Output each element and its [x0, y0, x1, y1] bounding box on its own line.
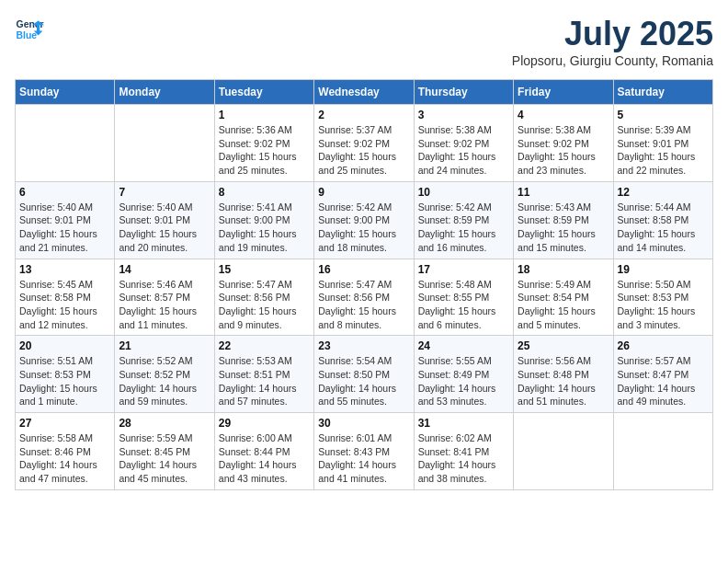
weekday-header: Saturday — [613, 80, 712, 105]
calendar-cell: 20Sunrise: 5:51 AMSunset: 8:53 PMDayligh… — [16, 336, 115, 413]
calendar-cell: 11Sunrise: 5:43 AMSunset: 8:59 PMDayligh… — [514, 181, 613, 259]
calendar-week-row: 6Sunrise: 5:40 AMSunset: 9:01 PMDaylight… — [16, 181, 713, 259]
calendar-header: SundayMondayTuesdayWednesdayThursdayFrid… — [16, 80, 713, 105]
calendar-cell: 3Sunrise: 5:38 AMSunset: 9:02 PMDaylight… — [414, 105, 513, 182]
day-info: Sunrise: 5:38 AMSunset: 9:02 PMDaylight:… — [418, 123, 509, 178]
calendar-week-row: 13Sunrise: 5:45 AMSunset: 8:58 PMDayligh… — [16, 259, 713, 336]
page-header: General Blue July 2025 Plopsoru, Giurgiu… — [15, 15, 713, 68]
day-number: 19 — [618, 263, 709, 276]
calendar-cell: 29Sunrise: 6:00 AMSunset: 8:44 PMDayligh… — [214, 413, 313, 490]
weekday-header: Friday — [514, 80, 613, 105]
calendar-cell: 27Sunrise: 5:58 AMSunset: 8:46 PMDayligh… — [16, 413, 115, 490]
day-info: Sunrise: 5:40 AMSunset: 9:01 PMDaylight:… — [119, 201, 210, 255]
svg-text:Blue: Blue — [17, 30, 38, 40]
day-number: 25 — [518, 339, 609, 352]
calendar-cell: 24Sunrise: 5:55 AMSunset: 8:49 PMDayligh… — [414, 336, 513, 413]
calendar-cell: 30Sunrise: 6:01 AMSunset: 8:43 PMDayligh… — [314, 413, 414, 490]
day-number: 27 — [19, 417, 110, 430]
calendar-cell: 6Sunrise: 5:40 AMSunset: 9:01 PMDaylight… — [16, 181, 115, 259]
day-info: Sunrise: 5:38 AMSunset: 9:02 PMDaylight:… — [518, 123, 609, 178]
calendar-cell — [514, 413, 613, 490]
day-info: Sunrise: 5:51 AMSunset: 8:53 PMDaylight:… — [19, 354, 110, 408]
day-info: Sunrise: 5:37 AMSunset: 9:02 PMDaylight:… — [318, 123, 409, 178]
calendar-cell: 15Sunrise: 5:47 AMSunset: 8:56 PMDayligh… — [214, 259, 313, 336]
day-number: 6 — [19, 186, 110, 199]
calendar-cell: 9Sunrise: 5:42 AMSunset: 9:00 PMDaylight… — [314, 181, 414, 259]
day-info: Sunrise: 5:40 AMSunset: 9:01 PMDaylight:… — [19, 201, 110, 255]
day-info: Sunrise: 5:53 AMSunset: 8:51 PMDaylight:… — [219, 354, 310, 408]
location: Plopsoru, Giurgiu County, Romania — [512, 53, 713, 68]
day-info: Sunrise: 6:00 AMSunset: 8:44 PMDaylight:… — [219, 431, 310, 486]
day-info: Sunrise: 6:01 AMSunset: 8:43 PMDaylight:… — [318, 431, 409, 486]
weekday-header: Tuesday — [214, 80, 313, 105]
day-number: 1 — [219, 109, 310, 121]
day-number: 26 — [618, 339, 709, 352]
calendar-cell: 4Sunrise: 5:38 AMSunset: 9:02 PMDaylight… — [514, 105, 613, 182]
day-number: 10 — [418, 186, 509, 199]
calendar-cell — [115, 105, 214, 182]
day-info: Sunrise: 5:56 AMSunset: 8:48 PMDaylight:… — [518, 354, 609, 408]
calendar-cell: 12Sunrise: 5:44 AMSunset: 8:58 PMDayligh… — [613, 181, 712, 259]
day-info: Sunrise: 6:02 AMSunset: 8:41 PMDaylight:… — [418, 431, 509, 486]
calendar-cell: 26Sunrise: 5:57 AMSunset: 8:47 PMDayligh… — [613, 336, 712, 413]
calendar-cell: 18Sunrise: 5:49 AMSunset: 8:54 PMDayligh… — [514, 259, 613, 336]
calendar-week-row: 1Sunrise: 5:36 AMSunset: 9:02 PMDaylight… — [16, 105, 713, 182]
calendar-week-row: 27Sunrise: 5:58 AMSunset: 8:46 PMDayligh… — [16, 413, 713, 490]
calendar-cell: 5Sunrise: 5:39 AMSunset: 9:01 PMDaylight… — [613, 105, 712, 182]
calendar-cell: 31Sunrise: 6:02 AMSunset: 8:41 PMDayligh… — [414, 413, 513, 490]
day-number: 5 — [618, 109, 709, 121]
day-number: 21 — [119, 339, 210, 352]
calendar-cell: 25Sunrise: 5:56 AMSunset: 8:48 PMDayligh… — [514, 336, 613, 413]
day-info: Sunrise: 5:57 AMSunset: 8:47 PMDaylight:… — [618, 354, 709, 408]
day-info: Sunrise: 5:52 AMSunset: 8:52 PMDaylight:… — [119, 354, 210, 408]
day-info: Sunrise: 5:58 AMSunset: 8:46 PMDaylight:… — [19, 431, 110, 486]
calendar-cell — [16, 105, 115, 182]
day-info: Sunrise: 5:41 AMSunset: 9:00 PMDaylight:… — [219, 201, 310, 255]
day-info: Sunrise: 5:42 AMSunset: 9:00 PMDaylight:… — [318, 201, 409, 255]
day-number: 12 — [618, 186, 709, 199]
day-number: 9 — [318, 186, 409, 199]
calendar-cell: 16Sunrise: 5:47 AMSunset: 8:56 PMDayligh… — [314, 259, 414, 336]
day-number: 31 — [418, 417, 509, 430]
day-number: 15 — [219, 263, 310, 276]
calendar-week-row: 20Sunrise: 5:51 AMSunset: 8:53 PMDayligh… — [16, 336, 713, 413]
calendar-cell: 19Sunrise: 5:50 AMSunset: 8:53 PMDayligh… — [613, 259, 712, 336]
logo: General Blue — [15, 15, 44, 44]
day-info: Sunrise: 5:59 AMSunset: 8:45 PMDaylight:… — [119, 431, 210, 486]
day-info: Sunrise: 5:47 AMSunset: 8:56 PMDaylight:… — [219, 278, 310, 332]
day-number: 28 — [119, 417, 210, 430]
day-info: Sunrise: 5:39 AMSunset: 9:01 PMDaylight:… — [618, 123, 709, 178]
day-info: Sunrise: 5:36 AMSunset: 9:02 PMDaylight:… — [219, 123, 310, 178]
calendar-cell: 2Sunrise: 5:37 AMSunset: 9:02 PMDaylight… — [314, 105, 414, 182]
weekday-header: Thursday — [414, 80, 513, 105]
day-number: 20 — [19, 339, 110, 352]
day-number: 30 — [318, 417, 409, 430]
calendar-cell: 21Sunrise: 5:52 AMSunset: 8:52 PMDayligh… — [115, 336, 214, 413]
day-info: Sunrise: 5:45 AMSunset: 8:58 PMDaylight:… — [19, 278, 110, 332]
calendar-cell: 17Sunrise: 5:48 AMSunset: 8:55 PMDayligh… — [414, 259, 513, 336]
calendar-cell: 8Sunrise: 5:41 AMSunset: 9:00 PMDaylight… — [214, 181, 313, 259]
day-number: 2 — [318, 109, 409, 121]
day-info: Sunrise: 5:47 AMSunset: 8:56 PMDaylight:… — [318, 278, 409, 332]
day-info: Sunrise: 5:46 AMSunset: 8:57 PMDaylight:… — [119, 278, 210, 332]
calendar-cell: 10Sunrise: 5:42 AMSunset: 8:59 PMDayligh… — [414, 181, 513, 259]
day-number: 4 — [518, 109, 609, 121]
day-info: Sunrise: 5:48 AMSunset: 8:55 PMDaylight:… — [418, 278, 509, 332]
day-number: 18 — [518, 263, 609, 276]
day-number: 22 — [219, 339, 310, 352]
calendar-table: SundayMondayTuesdayWednesdayThursdayFrid… — [15, 79, 713, 490]
day-number: 3 — [418, 109, 509, 121]
day-number: 17 — [418, 263, 509, 276]
day-number: 23 — [318, 339, 409, 352]
day-info: Sunrise: 5:50 AMSunset: 8:53 PMDaylight:… — [618, 278, 709, 332]
weekday-header: Sunday — [16, 80, 115, 105]
day-info: Sunrise: 5:54 AMSunset: 8:50 PMDaylight:… — [318, 354, 409, 408]
day-info: Sunrise: 5:44 AMSunset: 8:58 PMDaylight:… — [618, 201, 709, 255]
title-block: July 2025 Plopsoru, Giurgiu County, Roma… — [512, 15, 713, 68]
logo-icon: General Blue — [15, 15, 44, 44]
day-number: 7 — [119, 186, 210, 199]
day-number: 29 — [219, 417, 310, 430]
calendar-cell — [613, 413, 712, 490]
calendar-cell: 22Sunrise: 5:53 AMSunset: 8:51 PMDayligh… — [214, 336, 313, 413]
day-number: 24 — [418, 339, 509, 352]
